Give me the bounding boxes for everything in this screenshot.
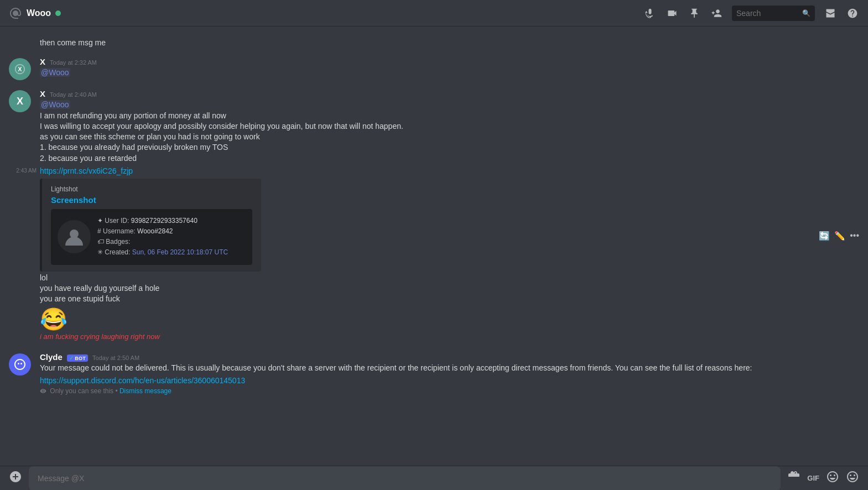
top-bar: Wooo 🔍 <box>0 0 868 27</box>
svg-text:X: X <box>18 66 22 72</box>
help-icon[interactable] <box>846 7 859 20</box>
top-bar-right: 🔍 <box>643 6 859 21</box>
embed-title: Screenshot <box>51 195 252 205</box>
mute-icon[interactable] <box>643 7 657 20</box>
more-icon[interactable]: ••• <box>850 231 859 241</box>
link-embed: Lightshot Screenshot ✦ User ID: 93982729… <box>40 179 261 272</box>
bot-badge: ✓ BOT <box>67 355 88 362</box>
message-text: @Wooo <box>40 67 859 78</box>
message-dug: you have really dug yourself a hole <box>40 283 859 294</box>
video-icon[interactable] <box>666 7 679 20</box>
message-content: X Today at 2:32 AM @Wooo <box>40 57 859 78</box>
emoji-icon[interactable] <box>846 470 859 486</box>
timestamp: Today at 2:32 AM <box>50 59 97 66</box>
pin-icon[interactable] <box>688 7 701 20</box>
preview-username: Wooo#2842 <box>137 227 173 235</box>
only-you-text: Only you can see this • Dismiss message <box>40 387 859 395</box>
message-continuation: then come msg me <box>0 35 868 50</box>
message-text: then come msg me <box>40 38 106 47</box>
message-continuation-link: 2:43 AM https://prnt.sc/vx6iC26_fzjp Lig… <box>0 166 868 272</box>
search-container[interactable]: 🔍 <box>732 6 815 21</box>
inbox-icon[interactable] <box>824 7 837 20</box>
add-member-icon[interactable] <box>710 7 723 20</box>
clyde-message-text: Your message could not be delivered. Thi… <box>40 363 859 373</box>
preview-userid: 939827292933357640 <box>131 217 197 225</box>
message-input[interactable] <box>29 466 781 491</box>
message-header: X Today at 2:40 AM <box>40 89 859 98</box>
message-group: X X Today at 2:40 AM @Wooo I am not refu… <box>0 87 868 166</box>
hover-actions: 🔄 ✏️ ••• <box>819 231 859 241</box>
edit-icon[interactable]: ✏️ <box>834 231 845 241</box>
search-icon: 🔍 <box>802 9 810 17</box>
channel-title: Wooo <box>27 8 51 18</box>
lightshot-link[interactable]: https://prnt.sc/vx6iC26_fzjp <box>40 166 133 175</box>
message-list: then come msg me X X Today at 2:32 AM @W… <box>0 27 868 466</box>
message-lol: lol <box>40 273 859 283</box>
laugh-emoji: 😂 <box>40 306 859 332</box>
message-line-3: I was willing to accept your apology and… <box>40 121 859 132</box>
avatar: X <box>9 90 31 112</box>
embed-provider: Lightshot <box>51 185 252 193</box>
react-icon[interactable]: 🔄 <box>819 231 830 241</box>
message-group: X X Today at 2:32 AM @Wooo <box>0 55 868 82</box>
message-line-4: as you can see this scheme or plan you h… <box>40 132 859 142</box>
screenshot-info: ✦ User ID: 939827292933357640 # Username… <box>97 216 228 258</box>
gif-icon[interactable]: GIF <box>807 474 819 482</box>
message-line-2: I am not refunding you any portion of mo… <box>40 111 859 121</box>
clyde-message-content: Clyde ✓ BOT Today at 2:50 AM Your messag… <box>40 352 859 394</box>
clyde-username: Clyde <box>40 352 63 362</box>
attach-icon[interactable] <box>9 470 22 486</box>
bottom-bar: GIF <box>0 466 868 490</box>
message-continuation-lol: lol you have really dug yourself a hole … <box>0 272 868 342</box>
reaction-text: i am fucking crying laughing right now <box>40 332 859 341</box>
mention: @Wooo <box>40 68 70 77</box>
continuation-time: 2:43 AM <box>9 168 37 174</box>
dismiss-link[interactable]: Dismiss message <box>119 387 171 395</box>
support-link[interactable]: https://support.discord.com/hc/en-us/art… <box>40 376 245 385</box>
at-icon <box>9 7 22 20</box>
screenshot-preview: ✦ User ID: 939827292933357640 # Username… <box>51 209 252 265</box>
mention: @Wooo <box>40 100 70 109</box>
gift-icon[interactable] <box>787 470 801 486</box>
username: X <box>40 57 45 66</box>
sticker-icon[interactable] <box>826 470 839 486</box>
avatar: X <box>9 58 31 80</box>
preview-created: Sun, 06 Feb 2022 10:18:07 UTC <box>132 248 228 256</box>
message-content: X Today at 2:40 AM @Wooo I am not refund… <box>40 89 859 164</box>
clyde-timestamp: Today at 2:50 AM <box>92 355 139 361</box>
message-line-5: 1. because you already had previously br… <box>40 142 859 153</box>
username: X <box>40 89 45 98</box>
clyde-avatar <box>9 353 31 376</box>
top-bar-left: Wooo <box>9 7 61 20</box>
message-header: X Today at 2:32 AM <box>40 57 859 66</box>
status-dot <box>55 11 61 16</box>
clyde-message-group: Clyde ✓ BOT Today at 2:50 AM Your messag… <box>0 350 868 397</box>
message-stupid: you are one stupid fuck <box>40 294 859 304</box>
preview-avatar <box>58 220 91 253</box>
timestamp: Today at 2:40 AM <box>50 91 97 98</box>
message-line-1: @Wooo <box>40 100 859 110</box>
check-icon: ✓ <box>69 355 74 361</box>
clyde-message-header: Clyde ✓ BOT Today at 2:50 AM <box>40 352 859 362</box>
message-line-6: 2. because you are retarded <box>40 153 859 164</box>
